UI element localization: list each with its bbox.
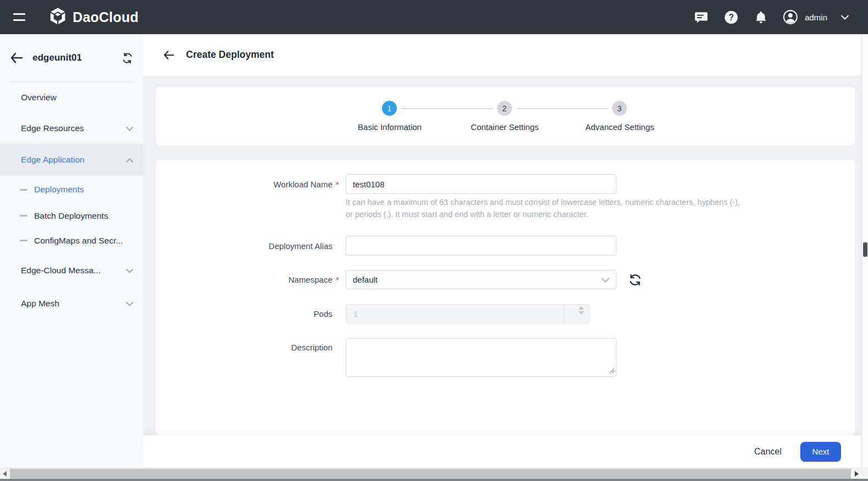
increment-arrow-icon[interactable] <box>578 306 584 310</box>
page-content: 1 2 3 Basic Information Container Settin… <box>143 75 861 468</box>
menu-icon[interactable] <box>8 6 33 28</box>
top-navigation-bar: DaoCloud ? <box>0 0 868 34</box>
step-connector-line <box>517 108 608 109</box>
page-title: Create Deployment <box>186 49 274 61</box>
step-3-indicator[interactable]: 3 <box>612 101 627 116</box>
vertical-scrollbar[interactable] <box>861 34 868 468</box>
deployment-alias-input[interactable] <box>346 236 616 256</box>
sidebar-item-deployments[interactable]: Deployments <box>0 176 143 203</box>
decrement-arrow-icon[interactable] <box>578 311 584 315</box>
form-action-bar: Cancel Next <box>143 435 861 468</box>
sidebar-back-arrow-icon[interactable] <box>10 52 23 63</box>
workload-name-help-text: It can have a maximum of 63 characters a… <box>346 196 740 220</box>
namespace-select[interactable]: default <box>346 270 616 289</box>
pods-addon <box>564 305 589 323</box>
user-name[interactable]: admin <box>805 13 827 22</box>
page-header: Create Deployment <box>143 34 861 75</box>
description-row: Description <box>156 338 616 379</box>
dash-icon <box>20 240 28 241</box>
namespace-selected-value: default <box>353 275 378 284</box>
step-connector-line <box>402 108 493 109</box>
sidebar: edgeunit01 Overview Edge Resources Edge … <box>0 34 143 468</box>
step-1-indicator[interactable]: 1 <box>382 101 397 116</box>
scroll-left-arrow-icon[interactable] <box>0 468 9 479</box>
sidebar-item-label: Edge-Cloud Messa... <box>21 266 101 275</box>
sidebar-item-label: Overview <box>21 93 57 102</box>
required-asterisk: * <box>332 275 346 284</box>
scroll-right-arrow-icon[interactable] <box>852 468 861 479</box>
page-back-arrow-icon[interactable] <box>163 50 175 60</box>
chevron-down-icon <box>126 123 133 133</box>
sidebar-item-label: Edge Resources <box>21 123 84 133</box>
sidebar-item-configmaps-secrets[interactable]: ConfigMaps and Secr... <box>0 228 143 253</box>
required-asterisk: * <box>332 180 346 189</box>
vertical-scrollbar-thumb[interactable] <box>863 242 867 257</box>
horizontal-scrollbar-thumb[interactable] <box>10 469 851 479</box>
pods-row: Pods 1 <box>156 304 589 323</box>
deployment-alias-row: Deployment Alias <box>156 236 616 256</box>
help-icon[interactable]: ? <box>723 9 739 25</box>
refresh-namespaces-icon[interactable] <box>629 273 642 287</box>
namespace-row: Namespace * default <box>156 270 642 289</box>
sidebar-item-edge-application[interactable]: Edge Application <box>0 144 143 176</box>
window-bottom-edge <box>0 479 868 481</box>
pods-value-input[interactable]: 1 <box>346 305 564 323</box>
dash-icon <box>20 215 28 217</box>
description-textarea[interactable] <box>346 338 616 377</box>
step-2-indicator[interactable]: 2 <box>497 101 512 116</box>
deployment-alias-label: Deployment Alias <box>156 241 332 251</box>
cancel-button[interactable]: Cancel <box>754 447 782 457</box>
pods-label: Pods <box>156 309 332 318</box>
dash-icon <box>20 189 28 191</box>
step-2-label: Container Settings <box>444 122 565 132</box>
daocloud-cube-icon <box>48 7 67 28</box>
user-menu-chevron-down-icon[interactable] <box>837 9 853 25</box>
main-area: Create Deployment 1 2 3 Basic Informatio… <box>143 34 861 468</box>
sidebar-item-app-mesh[interactable]: App Mesh <box>0 288 143 319</box>
brand-name: DaoCloud <box>73 9 139 25</box>
sidebar-header: edgeunit01 <box>0 34 143 82</box>
sidebar-item-batch-deployments[interactable]: Batch Deployments <box>0 203 143 228</box>
sidebar-item-edge-cloud-message[interactable]: Edge-Cloud Messa... <box>0 253 143 288</box>
basic-information-form-card: Workload Name * It can have a maximum of… <box>156 160 855 435</box>
pods-spinner <box>578 306 584 315</box>
sidebar-item-label: ConfigMaps and Secr... <box>34 236 123 246</box>
sidebar-item-label: Deployments <box>34 185 84 194</box>
step-3-label: Advanced Settings <box>559 122 680 132</box>
cluster-name: edgeunit01 <box>32 52 82 63</box>
switch-cluster-icon[interactable] <box>122 52 133 64</box>
pods-stepper: 1 <box>346 304 589 323</box>
brand-logo[interactable]: DaoCloud <box>48 7 139 28</box>
stepper-card: 1 2 3 Basic Information Container Settin… <box>156 87 855 145</box>
topbar-actions: ? admin <box>679 9 853 25</box>
sidebar-item-label: App Mesh <box>21 299 59 309</box>
namespace-label: Namespace <box>156 275 332 284</box>
workload-name-input[interactable] <box>346 174 616 194</box>
svg-text:?: ? <box>728 13 734 22</box>
chevron-down-icon <box>126 266 133 275</box>
sidebar-item-label: Batch Deployments <box>34 211 108 221</box>
sidebar-item-overview[interactable]: Overview <box>0 82 143 113</box>
chat-icon[interactable] <box>694 9 709 25</box>
sidebar-item-edge-resources[interactable]: Edge Resources <box>0 113 143 144</box>
description-label: Description <box>156 338 332 352</box>
notifications-bell-icon[interactable] <box>753 9 768 25</box>
user-avatar[interactable] <box>783 9 798 25</box>
step-1-label: Basic Information <box>329 122 450 132</box>
next-button[interactable]: Next <box>800 442 841 462</box>
horizontal-scrollbar[interactable] <box>0 468 868 479</box>
workload-name-label: Workload Name <box>156 180 332 189</box>
chevron-down-icon <box>126 299 133 309</box>
workload-name-row: Workload Name * <box>156 174 616 194</box>
sidebar-item-label: Edge Application <box>21 155 84 165</box>
select-chevron-down-icon <box>602 275 609 284</box>
chevron-up-icon <box>126 155 133 165</box>
